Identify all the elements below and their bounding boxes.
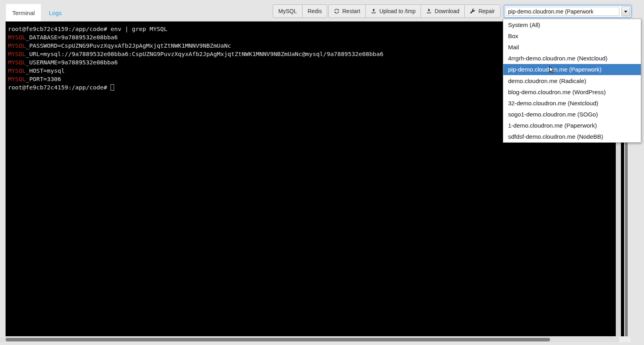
dropdown-option[interactable]: 32-demo.cloudron.me (Nextcloud): [503, 97, 641, 109]
terminal-text-segment: MYSQL: [8, 50, 26, 57]
dropdown-option[interactable]: sogo1-demo.cloudron.me (SOGo): [503, 109, 641, 120]
terminal-text-segment: root@fe9cb72c4159:/app/code#: [8, 84, 111, 91]
mysql-button-label: MySQL: [278, 8, 297, 14]
upload-button-label: Upload to /tmp: [379, 8, 415, 14]
restart-button[interactable]: Restart: [328, 4, 366, 18]
terminal-text-segment: _PASSWORD=CspUZNG9PuvzXqyxAfb2JpAgMxjqtZ…: [26, 42, 231, 49]
dropdown-option[interactable]: Box: [503, 30, 641, 41]
tab-terminal-label: Terminal: [12, 10, 35, 16]
terminal-text-segment: _USERNAME=9a7889532e08bba6: [26, 59, 118, 66]
upload-button[interactable]: Upload to /tmp: [365, 4, 421, 18]
terminal-line: MYSQL_PORT=3306: [8, 75, 383, 83]
terminal-text-segment: MYSQL: [8, 59, 26, 66]
tab-logs-label: Logs: [49, 10, 62, 16]
horizontal-scrollbar-thumb[interactable]: [6, 338, 550, 341]
refresh-icon: [334, 8, 339, 14]
terminal-line: MYSQL_URL=mysql://9a7889532e08bba6:CspUZ…: [8, 50, 383, 58]
terminal-line: root@fe9cb72c4159:/app/code# env | grep …: [8, 25, 383, 33]
app-select-value: pip-demo.cloudron.me (Paperwork: [506, 7, 619, 16]
dropdown-option[interactable]: System (All): [503, 19, 641, 30]
terminal-line: MYSQL_USERNAME=9a7889532e08bba6: [8, 58, 383, 66]
mysql-button[interactable]: MySQL: [273, 4, 303, 18]
dropdown-option[interactable]: sdfdsf-demo.cloudron.me (NodeBB): [503, 131, 641, 142]
repair-button-label: Repair: [478, 8, 495, 14]
dropdown-option[interactable]: 4rrgrh-demo.cloudron.me (Nextcloud): [503, 53, 641, 64]
repair-button[interactable]: Repair: [464, 4, 500, 18]
dropdown-option[interactable]: pip-demo.cloudron.me (Paperwork): [503, 64, 641, 75]
app-select-caret-button[interactable]: [621, 6, 630, 16]
app-select[interactable]: pip-demo.cloudron.me (Paperwork: [504, 5, 631, 17]
action-button-group: Restart Upload to /tmp Download Repair: [328, 4, 500, 18]
redis-button[interactable]: Redis: [302, 4, 328, 18]
chevron-down-icon: [624, 11, 627, 14]
terminal-text-segment: _URL=mysql://9a7889532e08bba6:CspUZNG9Pu…: [26, 50, 384, 57]
terminal-text-segment: root@fe9cb72c4159:/app/code# env | grep …: [8, 25, 167, 32]
terminal-line: MYSQL_HOST=mysql: [8, 66, 383, 75]
terminal-cursor: [111, 84, 114, 91]
dropdown-option[interactable]: blog-demo.cloudron.me (WordPress): [503, 86, 641, 97]
app-select-dropdown: System (All)BoxMail4rrgrh-demo.cloudron.…: [503, 19, 641, 143]
dropdown-option[interactable]: 1-demo.cloudron.me (Paperwork): [503, 120, 641, 131]
terminal-text-segment: MYSQL: [8, 34, 26, 41]
tab-terminal[interactable]: Terminal: [6, 4, 41, 21]
upload-icon: [371, 8, 376, 14]
terminal-line: MYSQL_DATABASE=9a7889532e08bba6: [8, 33, 383, 41]
terminal-text-segment: MYSQL: [8, 76, 26, 82]
dropdown-option[interactable]: Mail: [503, 41, 641, 52]
terminal-text-segment: MYSQL: [8, 42, 26, 49]
restart-button-label: Restart: [342, 8, 360, 14]
terminal-line: root@fe9cb72c4159:/app/code#: [8, 83, 383, 91]
scrollbar-corner: [619, 337, 630, 342]
terminal-text-segment: _PORT=3306: [26, 76, 61, 82]
terminal-line: MYSQL_PASSWORD=CspUZNG9PuvzXqyxAfb2JpAgM…: [8, 41, 383, 50]
db-button-group: MySQL Redis: [273, 4, 327, 18]
redis-button-label: Redis: [308, 8, 322, 14]
tab-logs[interactable]: Logs: [41, 4, 70, 21]
download-icon: [426, 8, 432, 14]
terminal-output: root@fe9cb72c4159:/app/code# env | grep …: [8, 25, 383, 91]
wrench-icon: [470, 8, 475, 14]
download-button-label: Download: [435, 8, 459, 14]
download-button[interactable]: Download: [421, 4, 465, 18]
terminal-text-segment: _HOST=mysql: [26, 67, 65, 74]
dropdown-option[interactable]: demo.cloudron.me (Radicale): [503, 75, 641, 86]
terminal-text-segment: _DATABASE=9a7889532e08bba6: [26, 34, 118, 41]
terminal-text-segment: MYSQL: [8, 67, 26, 74]
